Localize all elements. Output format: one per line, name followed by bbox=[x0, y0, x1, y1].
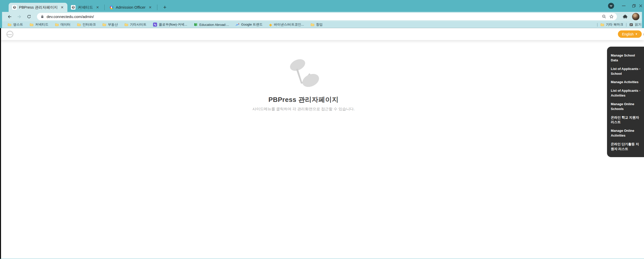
folder-icon bbox=[124, 23, 128, 27]
bookmark-item[interactable]: ◆바이낸스/비트코인... bbox=[269, 22, 304, 27]
sidebar-item[interactable]: Manage Activities bbox=[611, 80, 641, 85]
page-title: PBPress 관리자페이지 bbox=[0, 95, 607, 104]
browser-toolbar: dev.connectedu.com/admin/ bbox=[2, 12, 642, 21]
new-tab-button[interactable]: + bbox=[161, 4, 168, 11]
bookmark-item[interactable]: 인터파크 bbox=[77, 22, 96, 27]
bookmark-label: 영스트 bbox=[13, 22, 23, 27]
bookmark-star-icon[interactable] bbox=[609, 14, 614, 19]
bookmark-label: 부동산 bbox=[108, 22, 118, 27]
tab-title: 커넥티드 bbox=[78, 5, 93, 10]
sidebar-menu: Manage School DataList of Applicants - S… bbox=[611, 53, 641, 152]
folder-icon bbox=[8, 23, 11, 27]
tab-search-button[interactable] bbox=[608, 3, 614, 9]
sidebar-item[interactable]: Manage Online Schools bbox=[611, 102, 641, 112]
main-content: PBPress 관리자페이지 사이드메뉴를 클릭하여 각 관리화면으로 접근할 … bbox=[0, 40, 607, 112]
bookmark-label: 기타 북마크 bbox=[606, 22, 623, 27]
bookmarks-separator: | bbox=[597, 23, 598, 27]
chevron-down-icon bbox=[610, 5, 612, 7]
puzzle-icon bbox=[623, 14, 628, 19]
browser-tab-1[interactable]: PBPress 관리자페이지✕ bbox=[9, 3, 67, 12]
google-icon bbox=[110, 6, 113, 9]
forward-icon bbox=[17, 14, 22, 19]
url-bar[interactable]: dev.connectedu.com/admin/ bbox=[37, 13, 617, 20]
tab-close-icon[interactable]: ✕ bbox=[95, 5, 100, 10]
bookmark-label: 바이낸스/비트코인... bbox=[274, 22, 304, 27]
caret-down-icon: ▼ bbox=[635, 33, 638, 35]
reload-button[interactable] bbox=[25, 13, 33, 21]
zoom-indicator-icon[interactable] bbox=[602, 14, 607, 19]
bookmarks-left-group: 영스트커넥티드데이터인터파크부동산기타사이트∿플로우(flow)-커넥...Ed… bbox=[8, 22, 323, 27]
bookmark-item[interactable]: 기타사이트 bbox=[124, 22, 146, 27]
bookmarks-bar: 영스트커넥티드데이터인터파크부동산기타사이트∿플로우(flow)-커넥...Ed… bbox=[2, 21, 642, 28]
bookmark-item[interactable]: 커넥티드 bbox=[30, 22, 48, 27]
bookmark-item[interactable]: 기타 북마크 bbox=[600, 22, 623, 27]
browser-tab-2[interactable]: 커넥티드✕ bbox=[67, 3, 103, 12]
trends-icon bbox=[236, 23, 239, 27]
url-text[interactable]: dev.connectedu.com/admin/ bbox=[47, 14, 599, 19]
clipped-text-fragment: a bbox=[643, 32, 644, 36]
screen-edge bbox=[0, 28, 1, 259]
forward-button[interactable] bbox=[15, 13, 23, 21]
pbpress-logo bbox=[287, 57, 320, 92]
language-button[interactable]: English ▼ bbox=[618, 30, 642, 38]
reload-icon bbox=[27, 14, 31, 19]
language-button-label: English bbox=[622, 32, 634, 36]
binance-icon: ◆ bbox=[269, 23, 272, 27]
sidebar-item[interactable]: Manage School Data bbox=[611, 53, 641, 63]
restore-button[interactable] bbox=[629, 2, 639, 10]
sidebar-item[interactable]: List of Applicants - School bbox=[611, 67, 641, 76]
book-icon bbox=[194, 23, 198, 27]
sidebar-item[interactable]: List of Applicants - Activities bbox=[611, 88, 641, 98]
folder-icon bbox=[600, 23, 604, 27]
connectedu-logo-icon[interactable] bbox=[5, 30, 14, 39]
close-button[interactable] bbox=[639, 2, 644, 10]
admin-sidebar: Manage School DataList of Applicants - S… bbox=[607, 47, 644, 157]
bookmark-label: 읽기 목록 bbox=[635, 22, 642, 27]
lock-icon[interactable] bbox=[41, 15, 44, 18]
back-button[interactable] bbox=[6, 13, 14, 21]
tab-close-icon[interactable]: ✕ bbox=[60, 5, 65, 10]
folder-icon bbox=[311, 23, 314, 27]
reading-list-icon bbox=[629, 23, 633, 27]
folder-icon bbox=[102, 23, 106, 27]
sidebar-item[interactable]: 온라인 학교 지원자 리스트 bbox=[611, 115, 641, 125]
connectedu-icon bbox=[71, 5, 75, 10]
bookmark-item[interactable]: 영스트 bbox=[8, 22, 23, 27]
tab-title: Admission Officer - Google 검색 bbox=[116, 5, 146, 10]
bookmark-item[interactable]: 부동산 bbox=[102, 22, 118, 27]
bookmark-label: Google 트렌드 bbox=[241, 22, 263, 27]
tabs-container: PBPress 관리자페이지✕커넥티드✕Admission Officer - … bbox=[9, 3, 168, 12]
sidebar-item[interactable]: 온라인 단기활동 지원자 리스트 bbox=[611, 142, 641, 152]
bookmarks-right-group: |기타 북마크|읽기 목록 bbox=[597, 22, 642, 27]
bookmark-label: 플로우(flow)-커넥... bbox=[159, 22, 187, 27]
folder-icon bbox=[30, 23, 33, 27]
extensions-button[interactable] bbox=[621, 13, 629, 21]
sidebar-item[interactable]: Manage Online Activities bbox=[611, 128, 641, 138]
minimize-icon bbox=[622, 6, 626, 6]
tab-title: PBPress 관리자페이지 bbox=[19, 5, 58, 10]
bookmark-item[interactable]: 창업 bbox=[311, 22, 323, 27]
browser-window: PBPress 관리자페이지✕커넥티드✕Admission Officer - … bbox=[0, 0, 644, 259]
close-icon bbox=[639, 4, 642, 8]
window-controls bbox=[608, 2, 644, 10]
minimize-button[interactable] bbox=[619, 2, 629, 10]
bookmark-item[interactable]: Google 트렌드 bbox=[236, 22, 263, 27]
bookmark-item[interactable]: 읽기 목록 bbox=[629, 22, 642, 27]
profile-avatar[interactable] bbox=[632, 13, 639, 20]
connectedu-icon bbox=[12, 5, 17, 10]
bookmark-label: 인터파크 bbox=[83, 22, 96, 27]
bookmark-item[interactable]: 데이터 bbox=[55, 22, 70, 27]
bookmark-label: 기타사이트 bbox=[130, 22, 146, 27]
bookmark-item[interactable]: ∿플로우(flow)-커넥... bbox=[153, 22, 187, 27]
browser-tab-3[interactable]: Admission Officer - Google 검색✕ bbox=[106, 3, 156, 12]
bookmarks-separator: | bbox=[626, 23, 627, 27]
restore-icon bbox=[632, 4, 636, 8]
bookmark-item[interactable]: Education Abroad:... bbox=[194, 23, 229, 27]
bookmark-label: 데이터 bbox=[61, 22, 70, 27]
page-content-area: English ▼ a PBPress 관리자페이지 사이드메뉴를 클릭하여 각… bbox=[0, 28, 644, 259]
page-subtitle: 사이드메뉴를 클릭하여 각 관리화면으로 접근할 수 있습니다. bbox=[0, 107, 607, 112]
flow-icon: ∿ bbox=[153, 23, 157, 27]
browser-chrome: PBPress 관리자페이지✕커넥티드✕Admission Officer - … bbox=[0, 0, 644, 28]
tab-close-icon[interactable]: ✕ bbox=[148, 5, 153, 10]
site-header: English ▼ a bbox=[0, 28, 644, 40]
